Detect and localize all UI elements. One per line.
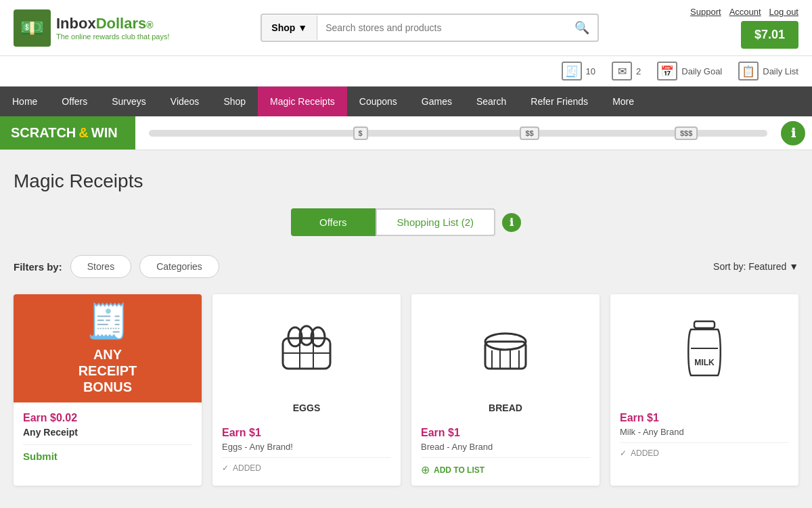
logo-tagline: The online rewards club that pays!	[56, 32, 170, 41]
submit-button[interactable]: Submit	[23, 451, 58, 462]
progress-track: $ $$ $$$	[149, 130, 767, 137]
svg-text:MILK: MILK	[694, 358, 715, 367]
sort-by[interactable]: Sort by: Featured ▼	[713, 261, 798, 272]
bread-title: BREAD	[411, 402, 600, 417]
milk-svg: MILK	[681, 315, 728, 382]
product-card-milk: MILK Earn $1 Milk - Any Brand ✓ ADDED	[610, 294, 798, 486]
scratch-progress: $ $$ $$$	[135, 130, 781, 137]
card-body-receipt: Earn $0.02 Any Receipt Submit	[14, 402, 202, 471]
earn-amount-bread: Earn $1	[421, 427, 590, 439]
search-icon: 🔍	[574, 21, 589, 34]
card-action-bread: ⊕ ADD TO LIST	[421, 463, 590, 476]
card-action-milk: ✓ ADDED	[620, 448, 789, 458]
eggs-svg	[276, 318, 337, 379]
filters-row: Filters by: Stores Categories Sort by: F…	[14, 255, 798, 278]
card-body-milk: Earn $1 Milk - Any Brand ✓ ADDED	[610, 402, 798, 467]
logo-area: 💵 InboxDollars® The online rewards club …	[14, 9, 170, 47]
shop-button[interactable]: Shop ▼	[262, 16, 317, 40]
receipt-icon: 🧾	[87, 302, 129, 341]
categories-filter-button[interactable]: Categories	[139, 255, 219, 278]
messages-icon: ✉	[612, 62, 632, 80]
nav-magic-receipts[interactable]: Magic Receipts	[258, 87, 347, 116]
card-image-receipt: 🧾 ANYRECEIPTBONUS	[14, 294, 202, 402]
product-card-eggs: EGGS Earn $1 Eggs - Any Brand! ✓ ADDED	[212, 294, 401, 486]
tab-offers[interactable]: Offers	[291, 208, 376, 236]
progress-marker-2: $$	[520, 126, 539, 140]
nav-offers[interactable]: Offers	[49, 87, 99, 116]
nav-coupons[interactable]: Coupons	[347, 87, 409, 116]
search-submit-button[interactable]: 🔍	[566, 15, 597, 41]
nav-more[interactable]: More	[600, 87, 646, 116]
card-image-bread	[411, 294, 600, 402]
card-desc-receipt: Any Receipt	[23, 427, 192, 438]
earn-amount-milk: Earn $1	[620, 412, 789, 424]
nav-games[interactable]: Games	[409, 87, 464, 116]
added-label-milk: ADDED	[631, 448, 659, 458]
any-receipt-text: ANYRECEIPTBONUS	[72, 346, 144, 395]
top-right: Support Account Log out $7.01	[690, 7, 798, 49]
filters-left: Filters by: Stores Categories	[14, 255, 219, 278]
svg-rect-13	[694, 321, 715, 328]
messages-icon-item[interactable]: ✉ 2	[612, 62, 641, 80]
logo-icon: 💵	[14, 9, 51, 47]
scratch-win-bar: SCRATCH & WIN $ $$ $$$ ℹ	[0, 116, 812, 150]
user-links: Support Account Log out	[690, 7, 798, 17]
card-image-eggs	[212, 294, 401, 402]
support-link[interactable]: Support	[690, 7, 721, 17]
sort-chevron-icon: ▼	[789, 261, 798, 272]
logout-link[interactable]: Log out	[769, 7, 798, 17]
card-image-milk: MILK	[610, 294, 798, 402]
nav-shop[interactable]: Shop	[211, 87, 258, 116]
add-to-list-button-bread[interactable]: ADD TO LIST	[434, 465, 484, 475]
receipts-icon: 🧾	[562, 62, 582, 80]
product-card-bread: BREAD Earn $1 Bread - Any Brand ⊕ ADD TO…	[411, 294, 600, 486]
card-product-eggs: Eggs - Any Brand!	[222, 442, 391, 452]
card-action-eggs: ✓ ADDED	[222, 463, 391, 473]
eggs-title: EGGS	[212, 402, 401, 417]
earn-amount-receipt: Earn $0.02	[23, 412, 192, 424]
nav-videos[interactable]: Videos	[158, 87, 212, 116]
nav-search[interactable]: Search	[464, 87, 518, 116]
nav-home[interactable]: Home	[0, 87, 49, 116]
nav-surveys[interactable]: Surveys	[99, 87, 158, 116]
added-label-eggs: ADDED	[233, 463, 261, 473]
daily-goal-icon: 📅	[657, 62, 677, 80]
account-link[interactable]: Account	[729, 7, 761, 17]
added-check-icon-eggs: ✓	[222, 463, 229, 473]
card-product-milk: Milk - Any Brand	[620, 427, 789, 437]
daily-list-item[interactable]: 📋 Daily List	[738, 62, 798, 80]
daily-goal-item[interactable]: 📅 Daily Goal	[657, 62, 722, 80]
scratch-info-button[interactable]: ℹ	[781, 121, 805, 145]
main-content: Magic Receipts Offers Shopping List (2) …	[0, 150, 812, 506]
search-bar: Shop ▼ 🔍	[261, 14, 599, 42]
product-card-receipt: 🧾 ANYRECEIPTBONUS Earn $0.02 Any Receipt…	[14, 294, 202, 486]
progress-marker-1: $	[353, 126, 368, 140]
card-action-receipt: Submit	[23, 451, 192, 462]
card-body-eggs: Earn $1 Eggs - Any Brand! ✓ ADDED	[212, 417, 401, 482]
filters-label: Filters by:	[14, 261, 62, 273]
add-plus-icon-bread: ⊕	[421, 463, 430, 476]
earn-amount-eggs: Earn $1	[222, 427, 391, 439]
progress-marker-3: $$$	[675, 126, 698, 140]
daily-list-icon: 📋	[738, 62, 759, 80]
logo-name: InboxDollars®	[56, 15, 170, 32]
logo-text: InboxDollars® The online rewards club th…	[56, 15, 170, 41]
added-check-icon-milk: ✓	[620, 448, 627, 458]
tabs-row: Offers Shopping List (2) ℹ	[14, 208, 798, 236]
main-nav: Home Offers Surveys Videos Shop Magic Re…	[0, 87, 812, 116]
tabs-info-icon[interactable]: ℹ	[502, 213, 521, 232]
stores-filter-button[interactable]: Stores	[70, 255, 131, 278]
chevron-down-icon: ▼	[298, 22, 307, 33]
bread-svg	[475, 318, 536, 379]
product-grid: 🧾 ANYRECEIPTBONUS Earn $0.02 Any Receipt…	[14, 294, 798, 486]
page-title: Magic Receipts	[14, 170, 798, 192]
scratch-win-label: SCRATCH & WIN	[0, 116, 135, 149]
balance-button[interactable]: $7.01	[741, 21, 798, 49]
receipts-icon-item[interactable]: 🧾 10	[562, 62, 595, 80]
nav-refer-friends[interactable]: Refer Friends	[518, 87, 600, 116]
search-input[interactable]	[317, 16, 566, 40]
card-body-bread: Earn $1 Bread - Any Brand ⊕ ADD TO LIST	[411, 417, 600, 486]
header: 💵 InboxDollars® The online rewards club …	[0, 0, 812, 56]
icon-bar: 🧾 10 ✉ 2 📅 Daily Goal 📋 Daily List	[0, 56, 812, 87]
tab-shopping-list[interactable]: Shopping List (2)	[376, 208, 495, 236]
